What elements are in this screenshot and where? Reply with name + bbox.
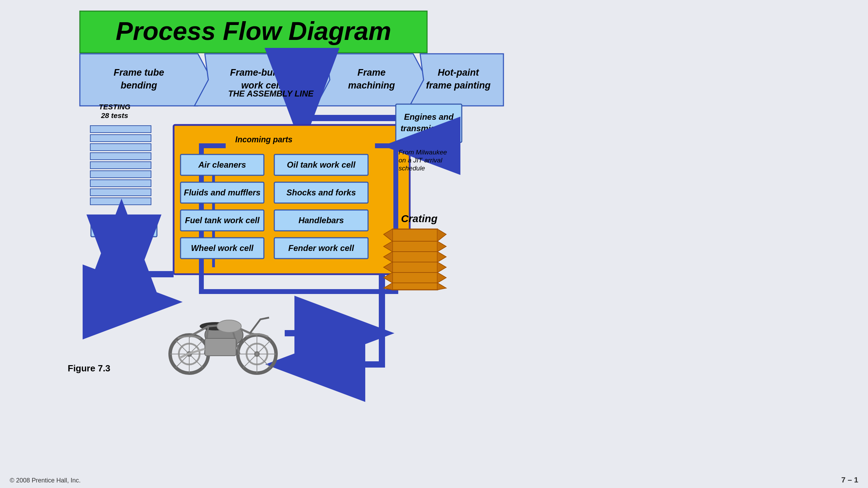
svg-text:Frame: Frame <box>357 67 385 78</box>
svg-rect-20 <box>181 154 264 175</box>
svg-text:THE ASSEMBLY LINE: THE ASSEMBLY LINE <box>228 89 314 98</box>
svg-rect-51 <box>90 189 151 196</box>
svg-text:Incoming parts: Incoming parts <box>235 135 293 144</box>
svg-text:Handlebars: Handlebars <box>299 216 344 225</box>
svg-point-59 <box>254 351 260 357</box>
svg-point-58 <box>247 344 267 364</box>
svg-text:Frame tube: Frame tube <box>114 67 164 78</box>
svg-text:on a JIT arrival: on a JIT arrival <box>399 157 442 164</box>
svg-line-69 <box>176 340 203 368</box>
svg-marker-13 <box>410 54 503 106</box>
svg-text:Figure 7.3: Figure 7.3 <box>68 363 110 373</box>
svg-point-60 <box>170 335 208 373</box>
svg-text:Roller testing: Roller testing <box>97 221 151 230</box>
svg-point-72 <box>217 320 241 333</box>
svg-text:work cells: work cells <box>241 80 287 91</box>
svg-rect-36 <box>396 104 462 142</box>
svg-text:Wheel work cell: Wheel work cell <box>191 243 254 253</box>
svg-text:transmissions: transmissions <box>401 124 457 133</box>
svg-text:schedule: schedule <box>399 165 425 172</box>
svg-line-70 <box>176 340 203 368</box>
svg-text:Fender work cell: Fender work cell <box>288 243 354 253</box>
svg-point-56 <box>200 322 231 330</box>
svg-rect-53 <box>91 215 157 237</box>
svg-rect-17 <box>174 125 410 274</box>
svg-text:Frame-building: Frame-building <box>230 67 298 78</box>
svg-rect-44 <box>90 126 151 133</box>
svg-text:Oil tank work cell: Oil tank work cell <box>287 160 356 169</box>
svg-text:frame painting: frame painting <box>426 80 491 91</box>
svg-marker-10 <box>316 54 427 106</box>
svg-text:Shocks and forks: Shocks and forks <box>286 188 356 197</box>
svg-rect-32 <box>181 238 264 259</box>
svg-rect-26 <box>274 182 368 203</box>
svg-rect-47 <box>90 153 151 160</box>
svg-text:© 2008 Prentice Hall, Inc.: © 2008 Prentice Hall, Inc. <box>10 477 81 484</box>
svg-text:28 tests: 28 tests <box>101 111 128 119</box>
svg-text:From Milwaukee: From Milwaukee <box>399 149 447 156</box>
svg-point-55 <box>205 323 243 347</box>
svg-text:Fuel tank work cell: Fuel tank work cell <box>185 216 260 225</box>
svg-rect-28 <box>181 210 264 231</box>
svg-rect-50 <box>90 180 151 187</box>
svg-rect-22 <box>274 154 368 175</box>
svg-text:Crating: Crating <box>401 213 437 224</box>
svg-rect-30 <box>274 210 368 231</box>
svg-line-66 <box>243 340 270 368</box>
svg-text:Air cleaners: Air cleaners <box>198 160 246 169</box>
svg-point-62 <box>186 351 192 357</box>
svg-rect-46 <box>90 144 151 151</box>
svg-rect-2 <box>80 11 427 53</box>
svg-text:TESTING: TESTING <box>99 103 130 111</box>
svg-point-61 <box>179 344 200 364</box>
svg-text:machining: machining <box>348 80 395 91</box>
svg-rect-75 <box>392 229 437 290</box>
svg-rect-52 <box>90 198 151 205</box>
svg-text:7 – 1: 7 – 1 <box>841 476 858 484</box>
svg-rect-48 <box>90 162 151 169</box>
svg-rect-24 <box>181 182 264 203</box>
svg-text:Fluids and mufflers: Fluids and mufflers <box>184 188 261 197</box>
svg-rect-71 <box>205 338 236 356</box>
svg-text:Engines and: Engines and <box>404 112 454 121</box>
svg-rect-49 <box>90 171 151 178</box>
svg-rect-34 <box>274 238 368 259</box>
svg-rect-45 <box>90 135 151 142</box>
svg-text:bending: bending <box>121 80 157 91</box>
svg-text:Hot-paint: Hot-paint <box>438 67 479 78</box>
svg-marker-4 <box>80 54 212 106</box>
svg-marker-7 <box>194 54 333 106</box>
svg-line-65 <box>243 340 270 368</box>
svg-point-57 <box>238 335 276 373</box>
svg-text:Process Flow Diagram: Process Flow Diagram <box>116 17 391 45</box>
